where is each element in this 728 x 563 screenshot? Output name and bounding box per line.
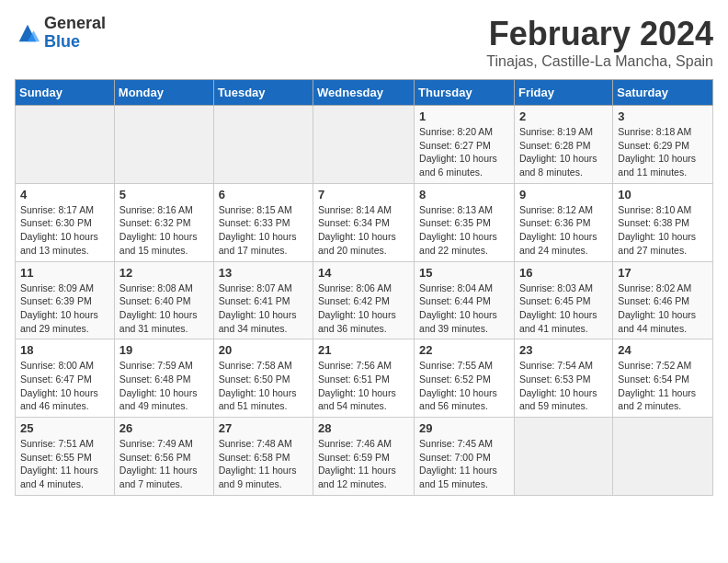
day-number: 5 [119, 188, 209, 201]
calendar-week-4: 25Sunrise: 7:51 AM Sunset: 6:55 PM Dayli… [16, 418, 713, 496]
calendar-cell: 12Sunrise: 8:08 AM Sunset: 6:40 PM Dayli… [114, 261, 213, 339]
calendar-cell: 27Sunrise: 7:48 AM Sunset: 6:58 PM Dayli… [213, 418, 313, 496]
calendar-cell: 26Sunrise: 7:49 AM Sunset: 6:56 PM Dayli… [114, 418, 213, 496]
day-info: Sunrise: 7:52 AM Sunset: 6:54 PM Dayligh… [618, 359, 708, 413]
calendar-cell [514, 418, 612, 496]
day-number: 2 [519, 109, 608, 123]
calendar-cell: 29Sunrise: 7:45 AM Sunset: 7:00 PM Dayli… [415, 418, 515, 496]
day-number: 20 [219, 343, 308, 357]
day-number: 22 [419, 343, 509, 357]
day-info: Sunrise: 7:51 AM Sunset: 6:55 PM Dayligh… [20, 437, 109, 491]
day-number: 27 [219, 421, 308, 435]
day-info: Sunrise: 8:02 AM Sunset: 6:46 PM Dayligh… [618, 282, 708, 336]
calendar-header-row: SundayMondayTuesdayWednesdayThursdayFrid… [16, 80, 713, 106]
day-info: Sunrise: 8:10 AM Sunset: 6:38 PM Dayligh… [618, 203, 708, 258]
location-title: Tinajas, Castille-La Mancha, Spain [486, 53, 713, 70]
day-info: Sunrise: 8:00 AM Sunset: 6:47 PM Dayligh… [20, 359, 109, 413]
day-number: 14 [318, 266, 409, 280]
logo: General Blue [15, 15, 106, 52]
day-number: 3 [618, 109, 708, 123]
calendar-cell: 11Sunrise: 8:09 AM Sunset: 6:39 PM Dayli… [16, 261, 115, 339]
day-number: 7 [318, 188, 409, 201]
day-number: 13 [219, 266, 308, 280]
page-header: General Blue February 2024 Tinajas, Cast… [15, 15, 713, 70]
day-info: Sunrise: 7:54 AM Sunset: 6:53 PM Dayligh… [519, 359, 608, 413]
header-tuesday: Tuesday [213, 80, 313, 106]
day-info: Sunrise: 7:58 AM Sunset: 6:50 PM Dayligh… [219, 359, 308, 413]
day-info: Sunrise: 8:04 AM Sunset: 6:44 PM Dayligh… [419, 282, 509, 336]
calendar-cell: 17Sunrise: 8:02 AM Sunset: 6:46 PM Dayli… [613, 261, 713, 339]
calendar-cell: 4Sunrise: 8:17 AM Sunset: 6:30 PM Daylig… [16, 183, 115, 261]
calendar-table: SundayMondayTuesdayWednesdayThursdayFrid… [15, 79, 713, 496]
day-number: 4 [20, 188, 109, 201]
calendar-cell: 24Sunrise: 7:52 AM Sunset: 6:54 PM Dayli… [613, 339, 713, 418]
header-saturday: Saturday [613, 80, 713, 106]
calendar-cell: 2Sunrise: 8:19 AM Sunset: 6:28 PM Daylig… [514, 106, 612, 184]
calendar-week-3: 18Sunrise: 8:00 AM Sunset: 6:47 PM Dayli… [16, 339, 713, 418]
calendar-cell: 25Sunrise: 7:51 AM Sunset: 6:55 PM Dayli… [16, 418, 115, 496]
day-number: 15 [419, 266, 509, 280]
day-number: 19 [119, 343, 209, 357]
day-info: Sunrise: 7:55 AM Sunset: 6:52 PM Dayligh… [419, 359, 509, 413]
day-number: 18 [20, 343, 109, 357]
calendar-cell: 15Sunrise: 8:04 AM Sunset: 6:44 PM Dayli… [415, 261, 515, 339]
calendar-cell: 21Sunrise: 7:56 AM Sunset: 6:51 PM Dayli… [313, 339, 415, 418]
day-info: Sunrise: 8:19 AM Sunset: 6:28 PM Dayligh… [519, 125, 608, 179]
day-number: 10 [618, 188, 708, 201]
day-info: Sunrise: 8:06 AM Sunset: 6:42 PM Dayligh… [318, 282, 409, 336]
calendar-cell: 8Sunrise: 8:13 AM Sunset: 6:35 PM Daylig… [415, 183, 515, 261]
calendar-week-0: 1Sunrise: 8:20 AM Sunset: 6:27 PM Daylig… [16, 106, 713, 184]
day-info: Sunrise: 8:20 AM Sunset: 6:27 PM Dayligh… [419, 125, 509, 179]
calendar-cell: 6Sunrise: 8:15 AM Sunset: 6:33 PM Daylig… [213, 183, 313, 261]
day-number: 16 [519, 266, 608, 280]
day-info: Sunrise: 8:12 AM Sunset: 6:36 PM Dayligh… [519, 203, 608, 258]
calendar-body: 1Sunrise: 8:20 AM Sunset: 6:27 PM Daylig… [16, 106, 713, 496]
header-thursday: Thursday [415, 80, 515, 106]
header-sunday: Sunday [16, 80, 115, 106]
calendar-cell: 13Sunrise: 8:07 AM Sunset: 6:41 PM Dayli… [213, 261, 313, 339]
day-info: Sunrise: 7:46 AM Sunset: 6:59 PM Dayligh… [318, 437, 409, 491]
calendar-cell [16, 106, 115, 184]
day-number: 23 [519, 343, 608, 357]
calendar-cell: 3Sunrise: 8:18 AM Sunset: 6:29 PM Daylig… [613, 106, 713, 184]
logo-blue-text: Blue [44, 33, 106, 52]
calendar-cell: 19Sunrise: 7:59 AM Sunset: 6:48 PM Dayli… [114, 339, 213, 418]
day-number: 25 [20, 421, 109, 435]
calendar-cell: 22Sunrise: 7:55 AM Sunset: 6:52 PM Dayli… [415, 339, 515, 418]
day-info: Sunrise: 7:56 AM Sunset: 6:51 PM Dayligh… [318, 359, 409, 413]
calendar-cell [613, 418, 713, 496]
day-info: Sunrise: 7:45 AM Sunset: 7:00 PM Dayligh… [419, 437, 509, 491]
day-number: 6 [219, 188, 308, 201]
calendar-cell: 9Sunrise: 8:12 AM Sunset: 6:36 PM Daylig… [514, 183, 612, 261]
day-number: 21 [318, 343, 409, 357]
day-info: Sunrise: 7:59 AM Sunset: 6:48 PM Dayligh… [119, 359, 209, 413]
calendar-cell: 5Sunrise: 8:16 AM Sunset: 6:32 PM Daylig… [114, 183, 213, 261]
calendar-cell: 20Sunrise: 7:58 AM Sunset: 6:50 PM Dayli… [213, 339, 313, 418]
day-number: 26 [119, 421, 209, 435]
day-number: 8 [419, 188, 509, 201]
day-number: 17 [618, 266, 708, 280]
header-friday: Friday [514, 80, 612, 106]
logo-icon [15, 20, 40, 46]
logo-general-text: General [44, 15, 106, 33]
day-info: Sunrise: 8:15 AM Sunset: 6:33 PM Dayligh… [219, 203, 308, 258]
month-title: February 2024 [486, 15, 713, 53]
day-info: Sunrise: 7:48 AM Sunset: 6:58 PM Dayligh… [219, 437, 308, 491]
day-info: Sunrise: 8:18 AM Sunset: 6:29 PM Dayligh… [618, 125, 708, 179]
day-number: 28 [318, 421, 409, 435]
day-number: 1 [419, 109, 509, 123]
calendar-cell: 1Sunrise: 8:20 AM Sunset: 6:27 PM Daylig… [415, 106, 515, 184]
calendar-cell [213, 106, 313, 184]
header-monday: Monday [114, 80, 213, 106]
header-wednesday: Wednesday [313, 80, 415, 106]
calendar-cell [313, 106, 415, 184]
day-number: 29 [419, 421, 509, 435]
calendar-cell: 7Sunrise: 8:14 AM Sunset: 6:34 PM Daylig… [313, 183, 415, 261]
day-number: 24 [618, 343, 708, 357]
day-info: Sunrise: 8:08 AM Sunset: 6:40 PM Dayligh… [119, 282, 209, 336]
day-number: 9 [519, 188, 608, 201]
calendar-week-1: 4Sunrise: 8:17 AM Sunset: 6:30 PM Daylig… [16, 183, 713, 261]
day-info: Sunrise: 8:07 AM Sunset: 6:41 PM Dayligh… [219, 282, 308, 336]
day-number: 12 [119, 266, 209, 280]
day-info: Sunrise: 8:16 AM Sunset: 6:32 PM Dayligh… [119, 203, 209, 258]
